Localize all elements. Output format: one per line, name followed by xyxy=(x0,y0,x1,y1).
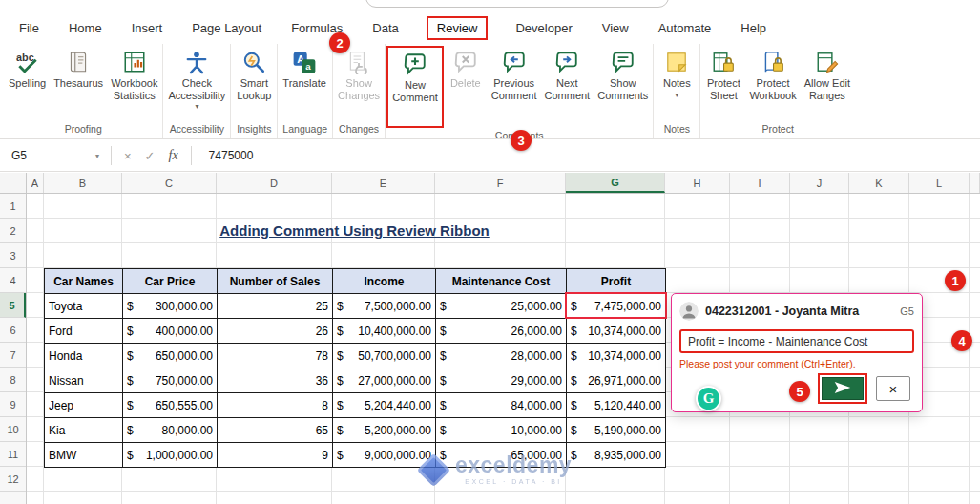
row-header-5[interactable]: 5 xyxy=(0,293,26,318)
ribbon-button-spelling[interactable]: abcSpelling xyxy=(5,46,50,90)
ribbon-button-check-accessibility[interactable]: Check Accessibility▾ xyxy=(164,46,229,111)
column-header-c[interactable]: C xyxy=(122,173,217,193)
row-header-2[interactable]: 2 xyxy=(0,219,26,243)
cell-profit[interactable]: $5,190,000.00 xyxy=(567,418,666,443)
row-header-12[interactable]: 12 xyxy=(0,467,26,492)
column-header-e[interactable]: E xyxy=(332,173,435,193)
cell-income[interactable]: $27,000,000.00 xyxy=(333,368,436,393)
ribbon-button-new-comment[interactable]: New Comment xyxy=(386,46,444,128)
column-header-h[interactable]: H xyxy=(665,173,730,193)
cell-maintenance-cost[interactable]: $26,000.00 xyxy=(436,319,567,344)
table-header-maintenance-cost[interactable]: Maintenance Cost xyxy=(436,269,567,294)
cell-car-name[interactable]: Jeep xyxy=(45,393,123,418)
ribbon-button-notes[interactable]: Notes▾ xyxy=(655,46,699,99)
cell-profit[interactable]: $10,374,000.00 xyxy=(567,344,666,368)
cell-maintenance-cost[interactable]: $10,000.00 xyxy=(436,418,567,443)
row-header-10[interactable]: 10 xyxy=(0,417,26,442)
cell-maintenance-cost[interactable]: $84,000.00 xyxy=(436,393,567,418)
cell-car-price[interactable]: $80,000.00 xyxy=(123,418,218,443)
cell-number-of-sales[interactable]: 8 xyxy=(218,393,333,418)
cell-profit[interactable]: $5,120,440.00 xyxy=(567,393,666,418)
chevron-down-icon[interactable]: ▾ xyxy=(95,152,99,160)
ribbon-button-protect-workbook[interactable]: Protect Workbook xyxy=(745,46,800,101)
row-header-3[interactable]: 3 xyxy=(0,243,26,268)
ribbon-button-previous-comment[interactable]: Previous Comment xyxy=(488,46,541,101)
cell-profit[interactable]: $26,971,000.00 xyxy=(567,368,666,393)
menu-tab-automate[interactable]: Automate xyxy=(657,18,714,38)
cell-number-of-sales[interactable]: 25 xyxy=(218,294,333,319)
table-header-car-price[interactable]: Car Price xyxy=(123,269,218,294)
row-header-11[interactable]: 11 xyxy=(0,442,26,467)
menu-tab-view[interactable]: View xyxy=(600,18,631,38)
column-header-b[interactable]: B xyxy=(44,173,122,193)
table-header-profit[interactable]: Profit xyxy=(567,269,666,294)
column-header-g[interactable]: G xyxy=(566,173,665,193)
cell-car-name[interactable]: Toyota xyxy=(45,294,123,319)
cell-car-price[interactable]: $300,000.00 xyxy=(123,294,218,319)
cell-profit[interactable]: $8,935,000.00 xyxy=(567,443,666,468)
cell-income[interactable]: $50,700,000.00 xyxy=(333,344,436,368)
column-header-a[interactable]: A xyxy=(27,173,44,193)
cell-profit[interactable]: $7,475,000.00 xyxy=(567,294,666,319)
ribbon-button-thesaurus[interactable]: Thesaurus xyxy=(50,46,107,90)
menu-tab-page-layout[interactable]: Page Layout xyxy=(190,18,263,38)
cell-maintenance-cost[interactable]: $29,000.00 xyxy=(436,368,567,393)
name-box[interactable]: G5 ▾ xyxy=(6,144,105,167)
formula-input[interactable]: 7475000 xyxy=(198,149,980,162)
cell-number-of-sales[interactable]: 26 xyxy=(218,319,333,344)
cell-car-name[interactable]: Kia xyxy=(45,418,123,443)
table-header-income[interactable]: Income xyxy=(333,269,436,294)
row-header-8[interactable]: 8 xyxy=(0,368,26,392)
cell-number-of-sales[interactable]: 9 xyxy=(218,443,333,468)
search-box-sliver[interactable] xyxy=(365,0,669,8)
menu-tab-home[interactable]: Home xyxy=(67,18,104,38)
cell-number-of-sales[interactable]: 65 xyxy=(218,418,333,443)
cell-car-name[interactable]: BMW xyxy=(45,443,123,468)
cell-car-name[interactable]: Honda xyxy=(45,344,123,368)
ribbon-button-workbook-statistics[interactable]: Workbook Statistics xyxy=(107,46,161,101)
menu-tab-review[interactable]: Review xyxy=(427,16,489,40)
select-all-corner[interactable] xyxy=(0,173,27,194)
cell-number-of-sales[interactable]: 78 xyxy=(218,344,333,368)
menu-tab-file[interactable]: File xyxy=(17,18,41,38)
column-header-k[interactable]: K xyxy=(849,173,909,193)
column-header-j[interactable]: J xyxy=(790,173,849,193)
post-comment-button[interactable] xyxy=(822,377,864,400)
row-header-1[interactable]: 1 xyxy=(0,194,26,219)
row-header-7[interactable]: 7 xyxy=(0,343,26,368)
cell-income[interactable]: $5,204,440.00 xyxy=(333,393,436,418)
ribbon-button-show-comments[interactable]: Show Comments xyxy=(594,46,652,101)
ribbon-button-protect-sheet[interactable]: Protect Sheet xyxy=(701,46,745,101)
row-header-4[interactable]: 4 xyxy=(0,268,26,293)
column-header-f[interactable]: F xyxy=(435,173,566,193)
cell-maintenance-cost[interactable]: $65,000.00 xyxy=(436,443,567,468)
cell-profit[interactable]: $10,374,000.00 xyxy=(567,319,666,344)
menu-tab-data[interactable]: Data xyxy=(370,18,400,38)
cell-car-name[interactable]: Ford xyxy=(45,319,123,344)
column-header-l[interactable]: L xyxy=(909,173,970,193)
table-header-number-of-sales[interactable]: Number of Sales xyxy=(218,269,333,294)
cell-car-price[interactable]: $650,000.00 xyxy=(123,344,218,368)
insert-function-icon[interactable]: fx xyxy=(162,148,185,163)
cell-car-price[interactable]: $1,000,000.00 xyxy=(123,443,218,468)
ribbon-button-translate[interactable]: AaTranslate xyxy=(279,46,329,90)
column-header-i[interactable]: I xyxy=(730,173,790,193)
cancel-icon[interactable]: × xyxy=(117,149,138,163)
close-comment-button[interactable]: × xyxy=(876,376,910,401)
cell-maintenance-cost[interactable]: $28,000.00 xyxy=(436,344,567,368)
cell-income[interactable]: $7,500,000.00 xyxy=(333,294,436,319)
cell-income[interactable]: $9,000,000.00 xyxy=(333,443,436,468)
cell-car-price[interactable]: $750,000.00 xyxy=(123,368,218,393)
table-header-car-names[interactable]: Car Names xyxy=(45,269,123,294)
cell-car-price[interactable]: $400,000.00 xyxy=(123,319,218,344)
cell-income[interactable]: $10,400,000.00 xyxy=(333,319,436,344)
ribbon-button-smart-lookup[interactable]: Smart Lookup xyxy=(232,46,276,101)
enter-icon[interactable]: ✓ xyxy=(138,149,162,163)
row-header-9[interactable]: 9 xyxy=(0,392,26,417)
menu-tab-developer[interactable]: Developer xyxy=(513,18,573,38)
grammarly-icon[interactable]: G xyxy=(696,386,721,411)
cell-car-name[interactable]: Nissan xyxy=(45,368,123,393)
cell-number-of-sales[interactable]: 36 xyxy=(218,368,333,393)
menu-tab-insert[interactable]: Insert xyxy=(130,18,165,38)
cell-car-price[interactable]: $650,555.00 xyxy=(123,393,218,418)
